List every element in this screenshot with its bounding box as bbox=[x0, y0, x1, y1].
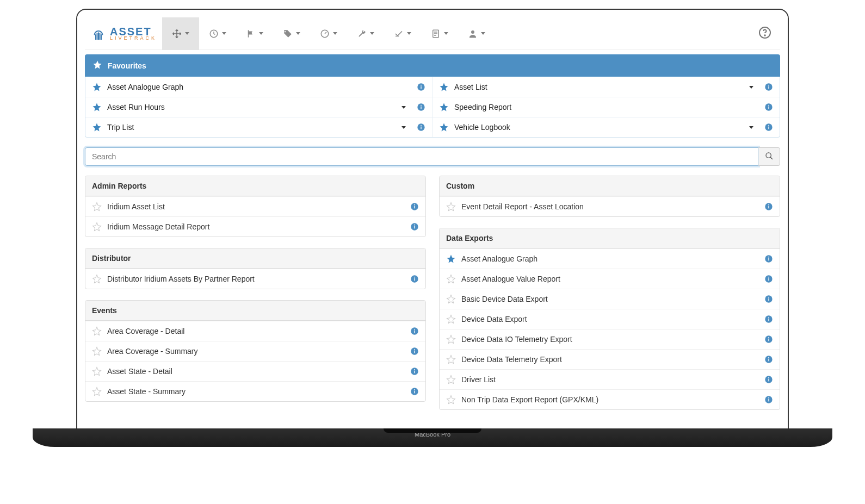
favourite-item[interactable]: Asset Analogue Graph bbox=[85, 77, 432, 97]
info-icon[interactable] bbox=[764, 83, 773, 91]
info-icon[interactable] bbox=[417, 103, 425, 111]
favourite-item[interactable]: Asset Run Hours bbox=[85, 97, 432, 117]
nav-gauge-button[interactable] bbox=[310, 17, 347, 50]
star-icon[interactable] bbox=[446, 314, 456, 324]
star-icon[interactable] bbox=[92, 274, 102, 284]
chevron-down-icon bbox=[749, 126, 753, 129]
report-row[interactable]: Distributor Iridium Assets By Partner Re… bbox=[85, 269, 425, 289]
nav-tools-button[interactable] bbox=[347, 17, 384, 50]
report-row[interactable]: Area Coverage - Summary bbox=[85, 341, 425, 361]
caret-icon bbox=[333, 32, 337, 35]
star-icon[interactable] bbox=[446, 354, 456, 364]
star-icon[interactable] bbox=[92, 346, 102, 356]
nav-move-button[interactable] bbox=[162, 17, 199, 50]
favourite-item[interactable]: Vehicle Logbook bbox=[432, 117, 780, 137]
report-row[interactable]: Asset State - Detail bbox=[85, 361, 425, 381]
star-icon[interactable] bbox=[446, 254, 456, 264]
star-icon[interactable] bbox=[439, 102, 449, 112]
info-icon[interactable] bbox=[764, 295, 773, 303]
nav-tasks-button[interactable] bbox=[384, 17, 421, 50]
info-icon[interactable] bbox=[764, 254, 773, 263]
user-icon bbox=[468, 29, 478, 39]
brand-logo[interactable]: ASSET LIVETRACK bbox=[88, 26, 162, 42]
caret-icon bbox=[481, 32, 485, 35]
caret-icon bbox=[185, 32, 189, 35]
nav-reports-button[interactable] bbox=[421, 17, 458, 50]
star-icon[interactable] bbox=[92, 202, 102, 211]
report-label: Non Trip Data Export Report (GPX/KML) bbox=[461, 395, 759, 404]
info-icon[interactable] bbox=[764, 103, 773, 111]
star-icon[interactable] bbox=[446, 375, 456, 384]
star-icon[interactable] bbox=[92, 82, 102, 92]
report-row[interactable]: Device Data Telemetry Export bbox=[440, 349, 780, 369]
star-icon[interactable] bbox=[446, 395, 456, 405]
info-icon[interactable] bbox=[417, 83, 425, 91]
svg-rect-10 bbox=[768, 86, 769, 89]
info-icon[interactable] bbox=[410, 327, 419, 335]
svg-rect-13 bbox=[421, 107, 421, 109]
star-icon[interactable] bbox=[92, 222, 102, 232]
favourite-item[interactable]: Asset List bbox=[432, 77, 780, 97]
info-icon[interactable] bbox=[410, 367, 419, 376]
info-icon[interactable] bbox=[764, 275, 773, 283]
chevron-down-icon bbox=[401, 106, 406, 109]
star-icon[interactable] bbox=[446, 334, 456, 344]
svg-rect-32 bbox=[414, 278, 415, 281]
flag-icon bbox=[246, 29, 256, 39]
report-row[interactable]: Asset Analogue Value Report bbox=[440, 269, 780, 289]
info-icon[interactable] bbox=[417, 123, 425, 132]
report-row[interactable]: Iridium Message Detail Report bbox=[85, 216, 425, 237]
report-row[interactable]: Asset State - Summary bbox=[85, 381, 425, 401]
panel-heading: Admin Reports bbox=[85, 176, 425, 196]
report-row[interactable]: Driver List bbox=[440, 369, 780, 389]
svg-rect-47 bbox=[768, 206, 769, 209]
report-row[interactable]: Area Coverage - Detail bbox=[85, 321, 425, 341]
help-button[interactable] bbox=[758, 26, 777, 41]
favourite-item[interactable]: Speeding Report bbox=[432, 97, 780, 117]
info-icon[interactable] bbox=[764, 202, 773, 211]
star-icon[interactable] bbox=[446, 202, 456, 211]
info-icon[interactable] bbox=[764, 375, 773, 384]
info-icon[interactable] bbox=[764, 315, 773, 323]
svg-point-69 bbox=[768, 377, 769, 378]
star-icon[interactable] bbox=[92, 122, 102, 132]
info-icon[interactable] bbox=[410, 387, 419, 396]
info-icon[interactable] bbox=[764, 123, 773, 132]
info-icon[interactable] bbox=[410, 202, 419, 211]
svg-rect-41 bbox=[414, 371, 415, 374]
favourites-grid: Asset Analogue GraphAsset ListAsset Run … bbox=[85, 77, 780, 138]
report-row[interactable]: Asset Analogue Graph bbox=[440, 248, 780, 269]
favourite-label: Asset Run Hours bbox=[107, 103, 394, 111]
star-icon[interactable] bbox=[439, 122, 449, 132]
report-row[interactable]: Non Trip Data Export Report (GPX/KML) bbox=[440, 389, 780, 409]
svg-point-23 bbox=[768, 125, 769, 126]
star-icon[interactable] bbox=[92, 326, 102, 336]
svg-point-8 bbox=[421, 85, 422, 86]
star-icon[interactable] bbox=[446, 274, 456, 284]
star-icon[interactable] bbox=[92, 102, 102, 112]
nav-history-button[interactable] bbox=[199, 17, 236, 50]
info-icon[interactable] bbox=[410, 347, 419, 356]
nav-user-button[interactable] bbox=[458, 17, 495, 50]
nav-tag-button[interactable] bbox=[273, 17, 310, 50]
report-row[interactable]: Device Data Export bbox=[440, 309, 780, 329]
search-input[interactable] bbox=[85, 147, 758, 166]
svg-rect-7 bbox=[421, 86, 421, 89]
info-icon[interactable] bbox=[764, 355, 773, 364]
report-row[interactable]: Basic Device Data Export bbox=[440, 289, 780, 309]
star-icon[interactable] bbox=[439, 82, 449, 92]
info-icon[interactable] bbox=[410, 275, 419, 283]
info-icon[interactable] bbox=[410, 222, 419, 231]
nav-flag-button[interactable] bbox=[236, 17, 273, 50]
report-row[interactable]: Iridium Asset List bbox=[85, 196, 425, 216]
svg-point-42 bbox=[414, 369, 415, 370]
report-row[interactable]: Event Detail Report - Asset Location bbox=[440, 196, 780, 216]
star-icon[interactable] bbox=[92, 387, 102, 396]
star-icon[interactable] bbox=[92, 366, 102, 376]
report-row[interactable]: Device Data IO Telemetry Export bbox=[440, 329, 780, 349]
search-button[interactable] bbox=[758, 147, 780, 166]
info-icon[interactable] bbox=[764, 335, 773, 344]
info-icon[interactable] bbox=[764, 395, 773, 404]
star-icon[interactable] bbox=[446, 294, 456, 304]
favourite-item[interactable]: Trip List bbox=[85, 117, 432, 137]
